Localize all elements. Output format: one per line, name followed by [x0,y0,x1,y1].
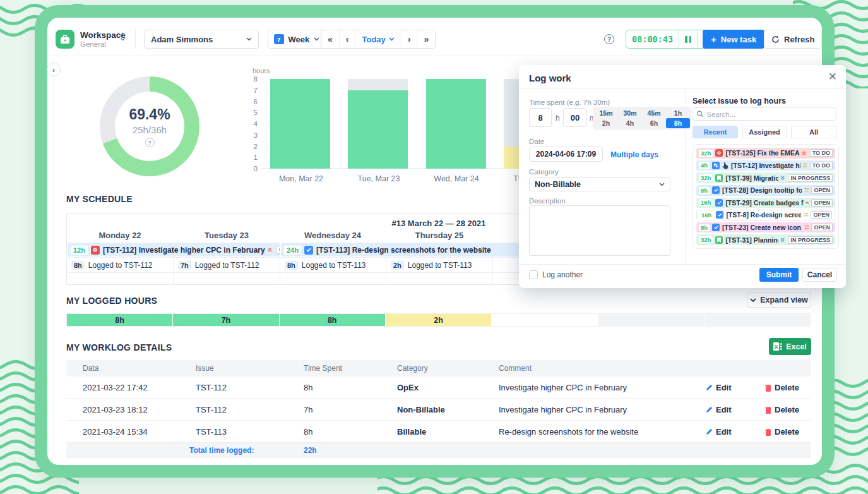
total-label: Total time logged: [189,446,254,455]
range-select[interactable]: 7 Week [268,30,326,49]
refresh-button[interactable]: Refresh [764,30,822,49]
plus-icon: + [711,34,716,45]
col-header: Issue [196,364,214,373]
quick-1h[interactable]: 1h [666,108,690,118]
hours-input[interactable] [529,108,552,127]
logged-hours-chip: 2h [391,261,404,270]
nav-prev-button[interactable]: ‹ [340,30,356,48]
issue-item-tst29[interactable]: 16h [TST-29] Create badges for ... ‹ OPE… [696,198,835,208]
quick-30m[interactable]: 30m [618,108,642,118]
user-select[interactable]: Adam Simmons [144,30,259,49]
chevron-down-icon [314,37,319,41]
worklog-row: 2021-03-24 15:34 TST-113 8h Billable Re-… [66,421,811,443]
workspace-briefcase-icon[interactable] [56,30,74,49]
export-excel-button[interactable]: X Excel [769,338,811,355]
edit-button[interactable]: Edit [706,405,732,414]
progress-donut: 69.4% 25h/36h ? [100,76,199,176]
cell-time: 8h [304,383,312,392]
quick-6h[interactable]: 6h [642,118,666,128]
quick-2h[interactable]: 2h [594,118,618,128]
issue-item-tst8[interactable]: 16h [TST-8] Re-design screenshots... = O… [696,210,835,220]
issue-hours-badge: 8h [699,224,710,231]
issue-hours-badge: 16h [699,212,713,219]
strip-segment[interactable]: 7h [173,314,279,326]
multiple-days-link[interactable]: Multiple days [610,150,658,159]
workspace-switcher-icon[interactable] [120,32,126,41]
tab-assigned[interactable]: Assigned [742,126,787,138]
issue-item-tst125[interactable]: 32h [TST-125] Fix the EMEA PPC ... « TO … [696,148,835,159]
issue-item-tst23[interactable]: 8h [TST-23] Create new icon set = OPEN [696,222,835,233]
cell-issue: TST-112 [196,405,227,414]
issue-item-tst31[interactable]: 32h [TST-31] Planning team... » IN PROGR… [696,234,835,245]
quick-45m[interactable]: 45m [642,108,666,118]
nav-first-button[interactable]: « [321,30,340,48]
logged-cell[interactable]: 7h Logged to TST-112 [174,258,280,272]
new-task-button[interactable]: + New task [703,30,764,49]
cell-category: OpEx [397,383,419,392]
quick-4h[interactable]: 4h [618,118,642,128]
close-icon[interactable]: ✕ [828,70,837,83]
edit-button[interactable]: Edit [706,427,732,437]
issue-item-tst39[interactable]: 32h [TST-39] Migration to ... » IN PROGR… [696,172,835,183]
timer-value: 08:00:43 [626,34,679,44]
time-spent-label: Time spent (e.g. 7h 30m) [529,99,610,106]
sidebar-expand-button[interactable]: › [47,63,61,76]
minutes-input[interactable] [563,108,587,127]
quick-8h-selected[interactable]: 8h [666,118,690,128]
strip-segment[interactable] [598,314,704,326]
delete-button[interactable]: Delete [765,405,799,414]
issue-item-tst28[interactable]: 8h [TST-28] Design tooltip for the ... =… [696,185,835,196]
worklog-row: 2021-03-23 18:12 TST-112 7h Non-Billable… [66,399,811,421]
worklog-header-row: Data Issue Time Spent Category Comment [66,360,811,377]
priority-medium-icon: = [803,162,807,169]
date-input[interactable] [529,147,603,162]
bar-chart-y-axis-title: hours [253,67,270,75]
status-badge: OPEN [811,199,833,207]
description-textarea[interactable] [529,205,670,256]
delete-button[interactable]: Delete [765,427,799,437]
edit-button[interactable]: Edit [706,383,732,392]
log-another-checkbox[interactable]: Log another [529,270,583,279]
issue-title: [TST-31] Planning team... [725,236,778,244]
logged-cell[interactable]: 8h Logged to TST-113 [280,258,386,272]
status-badge: OPEN [811,224,833,231]
quick-15m[interactable]: 15m [594,108,618,118]
story-icon [715,236,723,244]
delete-button[interactable]: Delete [765,383,799,392]
excel-label: Excel [786,342,807,351]
logged-cell[interactable]: 2h Logged to TST-113 [386,258,492,272]
issue-search[interactable] [693,107,836,121]
toolbar-divider [135,29,136,49]
category-select[interactable]: Non-Billable [529,177,670,191]
tab-recent[interactable]: Recent [693,126,738,138]
tab-all[interactable]: All [791,126,836,138]
bar-wed[interactable] [426,79,486,169]
today-button[interactable]: Today [355,30,401,48]
strip-segment[interactable] [492,314,598,326]
expand-view-button[interactable]: Expand view [747,292,811,308]
issue-title: [TST-39] Migration to ... [725,174,778,182]
strip-segment[interactable]: 8h [67,314,173,326]
cancel-button[interactable]: Cancel [802,268,837,282]
strip-segment[interactable]: 8h [280,314,386,326]
strip-segment[interactable]: 2h [386,314,492,326]
nav-next-button[interactable]: › [401,30,418,48]
day-header: Thursday 25 [386,231,492,240]
logged-cell[interactable]: 8h Logged to TST-112 [67,258,173,272]
schedule-event-tst112[interactable]: 12h [TST-112] Investigate higher CPC in … [68,243,280,256]
pause-button[interactable] [679,36,697,43]
description-label: Description [529,197,566,205]
excel-icon: X [773,342,782,351]
bar-tue[interactable] [348,79,408,169]
help-icon[interactable]: ? [604,34,614,44]
category-label: Category [529,168,559,176]
submit-button[interactable]: Submit [759,268,799,282]
nav-last-button[interactable]: » [417,30,435,48]
issue-item-tst12[interactable]: 4h [TST-12] Investigate higher... = TO D… [696,160,835,171]
strip-segment[interactable] [705,314,811,326]
bar-mon[interactable] [270,79,330,169]
priority-high-icon: ‹ [804,202,811,204]
donut-help-icon[interactable]: ? [145,138,155,147]
issue-search-input[interactable] [706,111,832,118]
issue-tabs: Recent Assigned All [693,126,836,138]
